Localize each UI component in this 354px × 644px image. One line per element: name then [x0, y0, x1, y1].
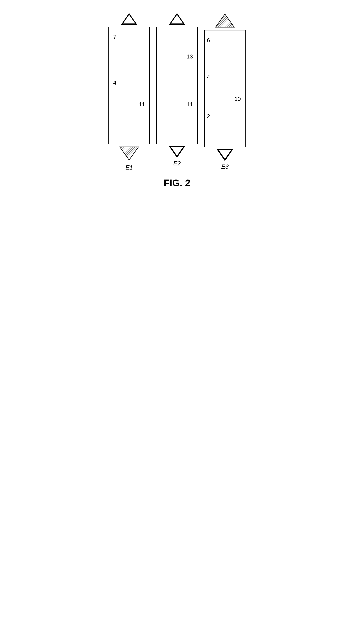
- elevator-label-e1: E1: [125, 164, 133, 171]
- shaft-e1: 7 4 11: [108, 27, 150, 144]
- svg-marker-5: [216, 14, 234, 27]
- label-2-e3: 2: [207, 113, 210, 120]
- fig2-diagram: 7 4 11: [108, 13, 246, 188]
- shaft-e2: 13 11: [156, 27, 198, 144]
- elevator-label-e2: E2: [173, 160, 181, 167]
- up-arrow-e1: [121, 13, 137, 25]
- elevator-label-e3: E3: [221, 163, 229, 170]
- elevator-e2: 13 11 E2: [156, 13, 198, 167]
- label-7-e1: 7: [113, 34, 116, 40]
- up-arrow-e3: [215, 13, 235, 28]
- label-4-e1: 4: [113, 79, 116, 86]
- label-11-e1: 11: [139, 101, 145, 108]
- fig3-wrapper: START detect a current storey by a mobil…: [79, 326, 275, 497]
- elevator-e1: 7 4 11: [108, 13, 150, 171]
- down-arrow-e2: [169, 146, 185, 158]
- label-4-e3: 4: [207, 74, 210, 81]
- label-6-e3: 6: [207, 37, 210, 44]
- down-arrow-e3: [217, 149, 233, 161]
- down-arrow-e1: [119, 146, 139, 162]
- svg-marker-2: [120, 147, 138, 160]
- fig2-caption: FIG. 2: [164, 178, 190, 188]
- label-11-e2: 11: [187, 101, 193, 108]
- label-13-e2: 13: [187, 53, 193, 60]
- elevators-row: 7 4 11: [108, 13, 246, 171]
- up-arrow-e2: [169, 13, 185, 25]
- label-10-e3: 10: [235, 96, 241, 102]
- elevator-e3: 6 4 10 2 E3: [204, 13, 246, 170]
- shaft-e3: 6 4 10 2: [204, 30, 246, 147]
